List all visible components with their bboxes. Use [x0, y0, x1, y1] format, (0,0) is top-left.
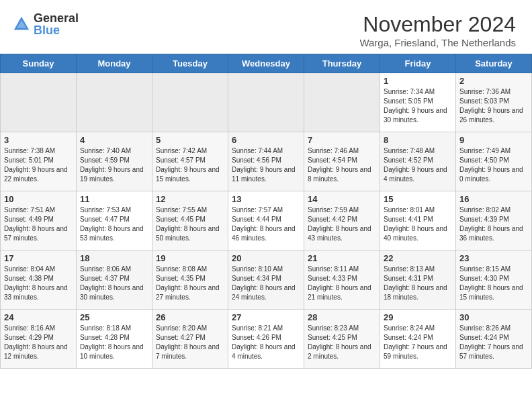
calendar-day-cell: 23Sunrise: 8:15 AM Sunset: 4:30 PM Dayli…	[456, 250, 532, 310]
day-number: 27	[232, 312, 300, 322]
day-info: Sunrise: 8:01 AM Sunset: 4:41 PM Dayligh…	[384, 205, 452, 243]
calendar-day-cell: 14Sunrise: 7:59 AM Sunset: 4:42 PM Dayli…	[304, 191, 380, 250]
calendar-day-cell	[304, 73, 380, 132]
day-number: 11	[80, 194, 148, 204]
day-info: Sunrise: 8:02 AM Sunset: 4:39 PM Dayligh…	[459, 205, 528, 243]
day-info: Sunrise: 8:04 AM Sunset: 4:38 PM Dayligh…	[4, 265, 73, 302]
calendar-day-cell: 25Sunrise: 8:18 AM Sunset: 4:28 PM Dayli…	[77, 310, 152, 369]
calendar-day-cell: 22Sunrise: 8:13 AM Sunset: 4:31 PM Dayli…	[380, 250, 456, 310]
calendar-day-cell: 8Sunrise: 7:48 AM Sunset: 4:52 PM Daylig…	[380, 132, 456, 191]
logo-icon	[12, 15, 31, 34]
logo-general-text: General	[34, 12, 79, 24]
calendar-day-cell	[228, 73, 304, 132]
calendar-day-cell: 16Sunrise: 8:02 AM Sunset: 4:39 PM Dayli…	[456, 191, 532, 250]
day-number: 20	[232, 253, 300, 263]
day-number: 25	[80, 312, 148, 322]
day-info: Sunrise: 8:11 AM Sunset: 4:33 PM Dayligh…	[308, 265, 376, 302]
calendar-week-row: 3Sunrise: 7:38 AM Sunset: 5:01 PM Daylig…	[1, 132, 532, 191]
day-number: 28	[308, 312, 376, 322]
calendar-day-cell: 9Sunrise: 7:49 AM Sunset: 4:50 PM Daylig…	[456, 132, 532, 191]
day-info: Sunrise: 8:23 AM Sunset: 4:25 PM Dayligh…	[308, 324, 376, 361]
day-number: 22	[384, 253, 452, 263]
day-number: 26	[156, 312, 224, 322]
day-number: 24	[4, 312, 73, 322]
calendar-day-cell: 3Sunrise: 7:38 AM Sunset: 5:01 PM Daylig…	[1, 132, 77, 191]
calendar-day-cell: 2Sunrise: 7:36 AM Sunset: 5:03 PM Daylig…	[456, 73, 532, 132]
calendar-day-cell: 20Sunrise: 8:10 AM Sunset: 4:34 PM Dayli…	[228, 250, 304, 310]
day-info: Sunrise: 8:20 AM Sunset: 4:27 PM Dayligh…	[156, 324, 224, 361]
calendar-day-cell: 29Sunrise: 8:24 AM Sunset: 4:24 PM Dayli…	[380, 310, 456, 369]
calendar-day-cell	[152, 73, 228, 132]
month-title: November 2024	[359, 12, 516, 37]
day-info: Sunrise: 7:46 AM Sunset: 4:54 PM Dayligh…	[308, 146, 376, 184]
day-number: 10	[4, 194, 73, 204]
day-info: Sunrise: 8:24 AM Sunset: 4:24 PM Dayligh…	[384, 324, 452, 361]
day-info: Sunrise: 7:34 AM Sunset: 5:05 PM Dayligh…	[384, 87, 452, 125]
calendar-day-cell: 21Sunrise: 8:11 AM Sunset: 4:33 PM Dayli…	[304, 250, 380, 310]
day-info: Sunrise: 8:16 AM Sunset: 4:29 PM Dayligh…	[4, 324, 73, 361]
title-block: November 2024 Warga, Friesland, The Neth…	[359, 12, 516, 48]
calendar-day-header: Thursday	[304, 54, 380, 73]
day-info: Sunrise: 7:53 AM Sunset: 4:47 PM Dayligh…	[80, 205, 148, 243]
calendar-day-cell: 28Sunrise: 8:23 AM Sunset: 4:25 PM Dayli…	[304, 310, 380, 369]
calendar-day-cell: 24Sunrise: 8:16 AM Sunset: 4:29 PM Dayli…	[1, 310, 77, 369]
calendar-day-cell: 7Sunrise: 7:46 AM Sunset: 4:54 PM Daylig…	[304, 132, 380, 191]
day-info: Sunrise: 7:42 AM Sunset: 4:57 PM Dayligh…	[156, 146, 224, 184]
day-number: 16	[459, 194, 528, 204]
day-number: 12	[156, 194, 224, 204]
calendar-week-row: 1Sunrise: 7:34 AM Sunset: 5:05 PM Daylig…	[1, 73, 532, 132]
calendar-week-row: 10Sunrise: 7:51 AM Sunset: 4:49 PM Dayli…	[1, 191, 532, 250]
calendar-week-row: 24Sunrise: 8:16 AM Sunset: 4:29 PM Dayli…	[1, 310, 532, 369]
day-number: 8	[384, 135, 452, 145]
calendar-day-header: Monday	[77, 54, 152, 73]
calendar-day-cell: 26Sunrise: 8:20 AM Sunset: 4:27 PM Dayli…	[152, 310, 228, 369]
calendar-table: SundayMondayTuesdayWednesdayThursdayFrid…	[0, 54, 532, 369]
day-number: 23	[459, 253, 528, 263]
day-info: Sunrise: 7:44 AM Sunset: 4:56 PM Dayligh…	[232, 146, 300, 184]
day-number: 5	[156, 135, 224, 145]
calendar-day-cell: 19Sunrise: 8:08 AM Sunset: 4:35 PM Dayli…	[152, 250, 228, 310]
calendar-day-cell	[1, 73, 77, 132]
day-info: Sunrise: 7:40 AM Sunset: 4:59 PM Dayligh…	[80, 146, 148, 184]
day-number: 14	[308, 194, 376, 204]
day-number: 15	[384, 194, 452, 204]
day-number: 18	[80, 253, 148, 263]
day-number: 9	[459, 135, 528, 145]
day-info: Sunrise: 7:48 AM Sunset: 4:52 PM Dayligh…	[384, 146, 452, 184]
day-info: Sunrise: 7:55 AM Sunset: 4:45 PM Dayligh…	[156, 205, 224, 243]
day-number: 7	[308, 135, 376, 145]
calendar-day-cell: 5Sunrise: 7:42 AM Sunset: 4:57 PM Daylig…	[152, 132, 228, 191]
day-info: Sunrise: 7:38 AM Sunset: 5:01 PM Dayligh…	[4, 146, 73, 184]
calendar-day-cell: 11Sunrise: 7:53 AM Sunset: 4:47 PM Dayli…	[77, 191, 152, 250]
day-number: 19	[156, 253, 224, 263]
day-info: Sunrise: 7:49 AM Sunset: 4:50 PM Dayligh…	[459, 146, 528, 184]
day-number: 2	[459, 76, 528, 86]
calendar-day-header: Wednesday	[228, 54, 304, 73]
day-number: 17	[4, 253, 73, 263]
day-number: 21	[308, 253, 376, 263]
day-info: Sunrise: 8:06 AM Sunset: 4:37 PM Dayligh…	[80, 265, 148, 302]
day-info: Sunrise: 8:10 AM Sunset: 4:34 PM Dayligh…	[232, 265, 300, 302]
day-number: 4	[80, 135, 148, 145]
day-info: Sunrise: 8:15 AM Sunset: 4:30 PM Dayligh…	[459, 265, 528, 302]
day-info: Sunrise: 8:26 AM Sunset: 4:24 PM Dayligh…	[459, 324, 528, 361]
day-number: 1	[384, 76, 452, 86]
calendar-day-cell: 15Sunrise: 8:01 AM Sunset: 4:41 PM Dayli…	[380, 191, 456, 250]
calendar-day-cell: 6Sunrise: 7:44 AM Sunset: 4:56 PM Daylig…	[228, 132, 304, 191]
calendar-day-cell: 13Sunrise: 7:57 AM Sunset: 4:44 PM Dayli…	[228, 191, 304, 250]
calendar-day-cell: 30Sunrise: 8:26 AM Sunset: 4:24 PM Dayli…	[456, 310, 532, 369]
calendar-day-cell: 12Sunrise: 7:55 AM Sunset: 4:45 PM Dayli…	[152, 191, 228, 250]
day-number: 30	[459, 312, 528, 322]
calendar-day-cell: 10Sunrise: 7:51 AM Sunset: 4:49 PM Dayli…	[1, 191, 77, 250]
calendar-day-header: Sunday	[1, 54, 77, 73]
page-header: General Blue November 2024 Warga, Friesl…	[0, 0, 532, 54]
calendar-day-header: Tuesday	[152, 54, 228, 73]
day-info: Sunrise: 8:08 AM Sunset: 4:35 PM Dayligh…	[156, 265, 224, 302]
day-number: 3	[4, 135, 73, 145]
calendar-week-row: 17Sunrise: 8:04 AM Sunset: 4:38 PM Dayli…	[1, 250, 532, 310]
logo-blue-text: Blue	[34, 24, 79, 36]
day-info: Sunrise: 7:36 AM Sunset: 5:03 PM Dayligh…	[459, 87, 528, 125]
day-info: Sunrise: 8:13 AM Sunset: 4:31 PM Dayligh…	[384, 265, 452, 302]
day-info: Sunrise: 8:21 AM Sunset: 4:26 PM Dayligh…	[232, 324, 300, 361]
day-info: Sunrise: 7:51 AM Sunset: 4:49 PM Dayligh…	[4, 205, 73, 243]
